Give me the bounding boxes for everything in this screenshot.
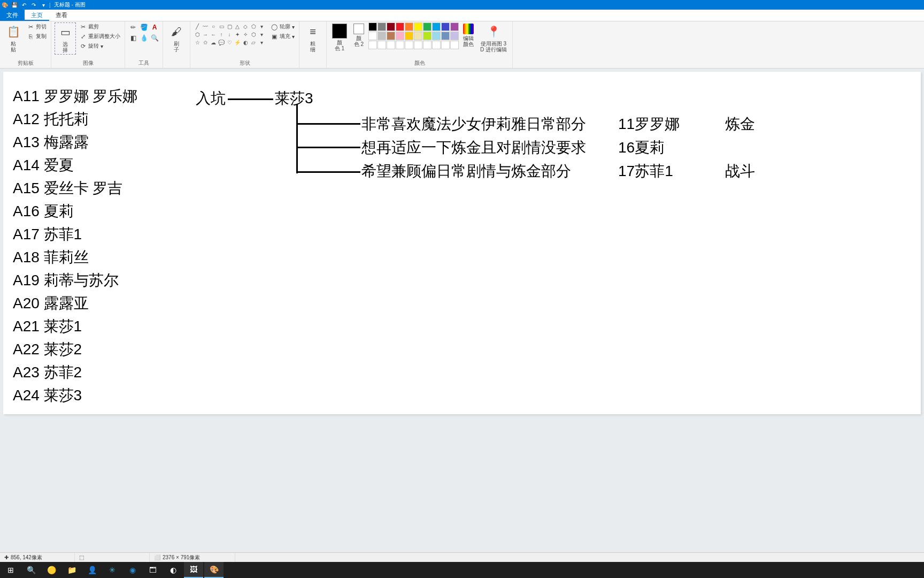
size-button[interactable]: ≡ 粗 细	[303, 22, 323, 54]
group-brushes: 🖌 刷 子	[163, 21, 190, 68]
color-swatch[interactable]	[368, 32, 377, 40]
steam-icon[interactable]: ◐	[164, 562, 183, 578]
list-item: A14 爱夏	[13, 158, 74, 173]
group-label-clipboard: 剪贴板	[3, 58, 48, 68]
color-swatch[interactable]	[450, 32, 459, 40]
far1: 炼金	[725, 117, 755, 132]
color-swatch-empty[interactable]	[378, 41, 386, 49]
color-swatch[interactable]	[405, 32, 413, 40]
pencil-tool[interactable]: ✏	[128, 22, 138, 32]
explorer-icon[interactable]: 📁	[62, 562, 81, 578]
canvas-size-icon: ⬜	[154, 554, 160, 560]
undo-icon[interactable]: ↶	[20, 1, 28, 9]
paste-button[interactable]: 📋 粘 贴	[3, 22, 24, 54]
color-palette[interactable]	[368, 22, 459, 49]
paint-taskbar-icon[interactable]: 🎨	[204, 562, 224, 578]
shapes-gallery[interactable]: ╱〰○▭▢△◇⬠▾ ⬡→←↑↓✦✧⬡▾ ☆✩☁💬♡⚡◐▱▾	[194, 22, 265, 46]
app-icon-1[interactable]: 👤	[82, 562, 102, 578]
color-swatch[interactable]	[396, 32, 404, 40]
line-b2	[296, 147, 360, 148]
crop-button[interactable]: ✂裁剪	[78, 22, 121, 31]
group-label-brushes	[166, 60, 187, 68]
color-swatch[interactable]	[441, 22, 450, 31]
titlebar: 🎨 💾 ↶ ↷ ▾ | 无标题 - 画图	[0, 0, 924, 10]
line-vert	[296, 104, 298, 173]
cut-icon: ✂	[27, 23, 34, 31]
redo-icon[interactable]: ↷	[30, 1, 37, 9]
color-swatch[interactable]	[378, 32, 386, 40]
select-button[interactable]: ▭ 选 择	[55, 22, 76, 55]
color-swatch[interactable]	[396, 22, 404, 31]
branch3: 希望兼顾偏日常剧情与炼金部分	[361, 164, 571, 179]
color-swatch-empty[interactable]	[441, 41, 450, 49]
color-swatch[interactable]	[441, 32, 450, 40]
list-item: A12 托托莉	[13, 112, 89, 127]
group-size: ≡ 粗 细	[299, 21, 327, 68]
color-swatch-empty[interactable]	[405, 41, 413, 49]
color-swatch[interactable]	[387, 32, 395, 40]
fill-tool[interactable]: 🪣	[139, 22, 149, 32]
color2-button[interactable]: 颜 色 2	[351, 22, 366, 48]
color-swatch[interactable]	[387, 22, 395, 31]
start-button[interactable]: ⊞	[1, 562, 20, 578]
color-swatch[interactable]	[414, 22, 422, 31]
text-tool[interactable]: A	[150, 22, 159, 32]
color-swatch-empty[interactable]	[368, 41, 377, 49]
paint3d-button[interactable]: 📍 使用画图 3 D 进行编辑	[478, 22, 509, 54]
color-swatch-empty[interactable]	[414, 41, 422, 49]
fill-shape-icon: ▣	[271, 33, 278, 40]
color-swatch[interactable]	[423, 22, 432, 31]
right2: 16夏莉	[618, 140, 665, 155]
app-icon-3[interactable]: ◉	[123, 562, 142, 578]
search-button[interactable]: 🔍	[21, 562, 41, 578]
color-swatch[interactable]	[378, 22, 386, 31]
color-swatch-empty[interactable]	[396, 41, 404, 49]
tab-home[interactable]: 主页	[25, 10, 49, 21]
rotate-button[interactable]: ⟳旋转 ▾	[78, 42, 121, 50]
color-swatch[interactable]	[432, 32, 441, 40]
cut-button[interactable]: ✂剪切	[26, 22, 48, 31]
paint3d-icon: 📍	[486, 24, 502, 40]
color-swatch-empty[interactable]	[423, 41, 432, 49]
color-swatch-empty[interactable]	[387, 41, 395, 49]
group-label-colors: 颜色	[330, 58, 509, 68]
color-swatch[interactable]	[405, 22, 413, 31]
branch1: 非常喜欢魔法少女伊莉雅日常部分	[361, 117, 586, 132]
crop-icon: ✂	[79, 23, 87, 31]
magnifier-tool[interactable]: 🔍	[150, 33, 159, 43]
color-swatch[interactable]	[450, 22, 459, 31]
app-icon-4[interactable]: 🗔	[143, 562, 163, 578]
app-icon: 🎨	[1, 1, 9, 9]
edit-colors-button[interactable]: 编辑 颜色	[461, 22, 476, 48]
color-swatch[interactable]	[432, 22, 441, 31]
app-icon-5[interactable]: 🖼	[184, 562, 203, 578]
canvas[interactable]: 入坑 莱莎3 非常喜欢魔法少女伊莉雅日常部分 想再适应一下炼金且对剧情没要求 希…	[3, 72, 921, 414]
save-icon[interactable]: 💾	[11, 1, 18, 9]
brush-button[interactable]: 🖌 刷 子	[166, 22, 187, 54]
right1: 11罗罗娜	[618, 117, 680, 132]
group-clipboard: 📋 粘 贴 ✂剪切 ⎘复制 剪贴板	[0, 21, 51, 68]
color-swatch[interactable]	[368, 22, 377, 31]
qat-dropdown-icon[interactable]: ▾	[40, 1, 47, 9]
taskbar: ⊞ 🔍 🟡 📁 👤 ✳ ◉ 🗔 ◐ 🖼 🎨	[0, 562, 924, 578]
tab-view[interactable]: 查看	[49, 10, 74, 21]
picker-tool[interactable]: 💧	[139, 33, 149, 43]
eraser-tool[interactable]: ◧	[128, 33, 138, 43]
color1-button[interactable]: 颜 色 1	[330, 22, 349, 52]
tab-file[interactable]: 文件	[0, 10, 25, 21]
shape-fill-button[interactable]: ▣填充 ▾	[270, 32, 296, 41]
list-item: A13 梅露露	[13, 135, 89, 150]
color-swatch-empty[interactable]	[432, 41, 441, 49]
selection-icon: ⬚	[79, 554, 84, 560]
color-swatch-empty[interactable]	[450, 41, 459, 49]
coords-icon: ✚	[4, 554, 9, 560]
color-swatch[interactable]	[423, 32, 432, 40]
copy-icon: ⎘	[27, 33, 34, 40]
shape-outline-button[interactable]: ◯轮廓 ▾	[270, 22, 296, 31]
copy-button[interactable]: ⎘复制	[26, 32, 48, 41]
chrome-icon[interactable]: 🟡	[42, 562, 61, 578]
color-swatch[interactable]	[414, 32, 422, 40]
edit-colors-icon	[463, 24, 474, 34]
resize-button[interactable]: ⤢重新调整大小	[78, 32, 121, 41]
app-icon-2[interactable]: ✳	[103, 562, 122, 578]
